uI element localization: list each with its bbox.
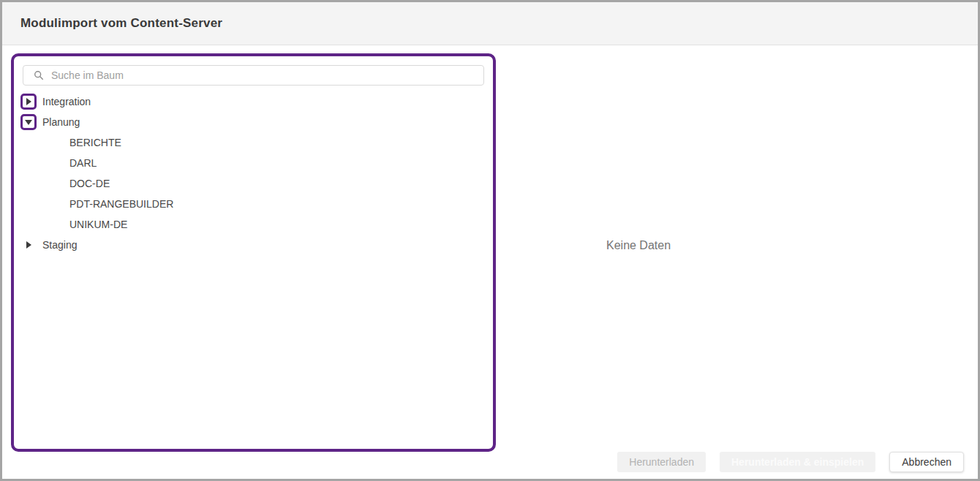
search-icon bbox=[34, 70, 44, 80]
tree-item-label: UNIKUM-DE bbox=[69, 219, 127, 230]
tree-item-staging[interactable]: Staging bbox=[14, 235, 493, 255]
tree-item-label: PDT-RANGEBUILDER bbox=[69, 198, 173, 210]
tree-item-integration[interactable]: Integration bbox=[14, 91, 493, 112]
dialog-title: Modulimport vom Content-Server bbox=[20, 16, 222, 31]
tree-item-darl[interactable]: DARL bbox=[14, 153, 493, 173]
tree-item-label: DARL bbox=[69, 157, 97, 169]
chevron-right-icon bbox=[26, 98, 31, 105]
download-and-install-button[interactable]: Herunterladen & einspielen bbox=[720, 452, 875, 472]
tree-item-berichte[interactable]: BERICHTE bbox=[14, 132, 493, 153]
tree-search-box[interactable] bbox=[23, 65, 484, 86]
tree-item-label: DOC-DE bbox=[69, 178, 110, 189]
chevron-down-icon bbox=[25, 120, 32, 125]
modal-dialog: Modulimport vom Content-Server Integrati… bbox=[0, 0, 980, 481]
chevron-right-icon bbox=[26, 241, 31, 249]
tree-item-doc-de[interactable]: DOC-DE bbox=[14, 173, 493, 194]
tree-panel: Integration Planung BERICHTE DARL DOC-DE… bbox=[11, 53, 496, 452]
tree-item-label: BERICHTE bbox=[69, 137, 121, 148]
dialog-header: Modulimport vom Content-Server bbox=[2, 2, 978, 45]
tree-item-planung[interactable]: Planung bbox=[14, 112, 493, 132]
module-tree: Integration Planung BERICHTE DARL DOC-DE… bbox=[14, 91, 493, 255]
empty-state-text: Keine Daten bbox=[606, 239, 671, 252]
tree-item-pdt-rangebuilder[interactable]: PDT-RANGEBUILDER bbox=[14, 194, 493, 214]
tree-search-input[interactable] bbox=[50, 69, 478, 82]
download-button[interactable]: Herunterladen bbox=[617, 452, 706, 472]
tree-item-label: Planung bbox=[42, 116, 80, 128]
tree-item-unikum-de[interactable]: UNIKUM-DE bbox=[14, 214, 493, 235]
dialog-footer: Herunterladen Herunterladen & einspielen… bbox=[617, 452, 964, 472]
tree-item-label: Integration bbox=[42, 96, 91, 107]
expand-toggle[interactable] bbox=[20, 237, 37, 253]
cancel-button[interactable]: Abbrechen bbox=[889, 452, 964, 472]
tree-item-label: Staging bbox=[42, 239, 77, 251]
expand-toggle-highlighted[interactable] bbox=[20, 94, 37, 110]
collapse-toggle-highlighted[interactable] bbox=[20, 114, 37, 130]
